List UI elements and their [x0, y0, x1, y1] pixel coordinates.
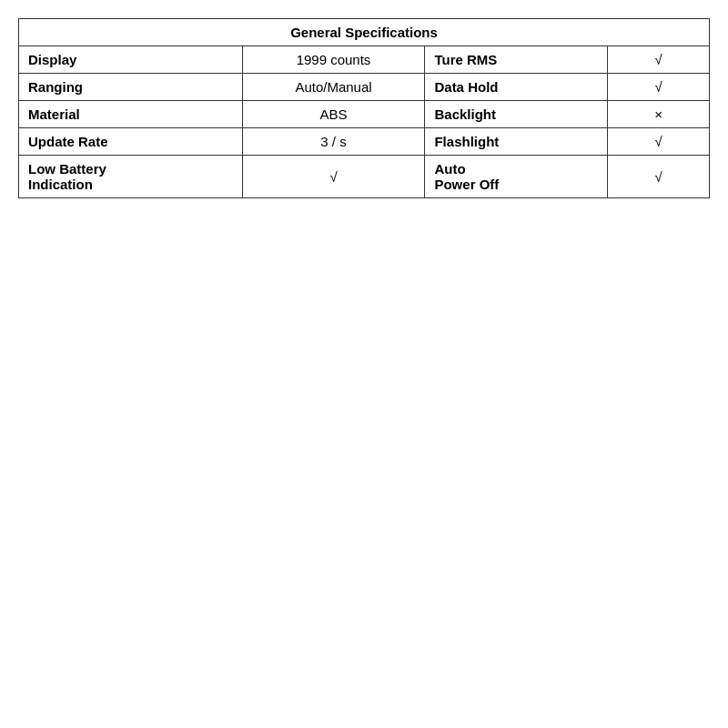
row-label: Display — [19, 46, 243, 74]
row-status: √ — [608, 74, 710, 101]
row-feature: Flashlight — [425, 128, 608, 156]
row-feature: AutoPower Off — [425, 156, 608, 198]
specs-table-wrapper: General Specifications Display1999 count… — [18, 18, 710, 198]
row-label: Material — [19, 101, 243, 128]
row-status: √ — [608, 156, 710, 198]
row-value: ABS — [242, 101, 425, 128]
row-status: × — [608, 101, 710, 128]
table-row: Display1999 countsTure RMS√ — [19, 46, 710, 74]
row-value: 1999 counts — [242, 46, 425, 74]
row-value: Auto/Manual — [242, 74, 425, 101]
row-status: √ — [608, 128, 710, 156]
row-feature: Data Hold — [425, 74, 608, 101]
row-value: √ — [242, 156, 425, 198]
row-feature: Ture RMS — [425, 46, 608, 74]
table-row: MaterialABSBacklight× — [19, 101, 710, 128]
table-row: Low BatteryIndication√AutoPower Off√ — [19, 156, 710, 198]
general-specs-table: General Specifications Display1999 count… — [18, 18, 710, 198]
row-label: Low BatteryIndication — [19, 156, 243, 198]
row-feature: Backlight — [425, 101, 608, 128]
table-header-row: General Specifications — [19, 19, 710, 46]
table-title: General Specifications — [19, 19, 710, 46]
row-label: Update Rate — [19, 128, 243, 156]
row-label: Ranging — [19, 74, 243, 101]
table-row: RangingAuto/ManualData Hold√ — [19, 74, 710, 101]
row-value: 3 / s — [242, 128, 425, 156]
row-status: √ — [608, 46, 710, 74]
table-row: Update Rate3 / sFlashlight√ — [19, 128, 710, 156]
